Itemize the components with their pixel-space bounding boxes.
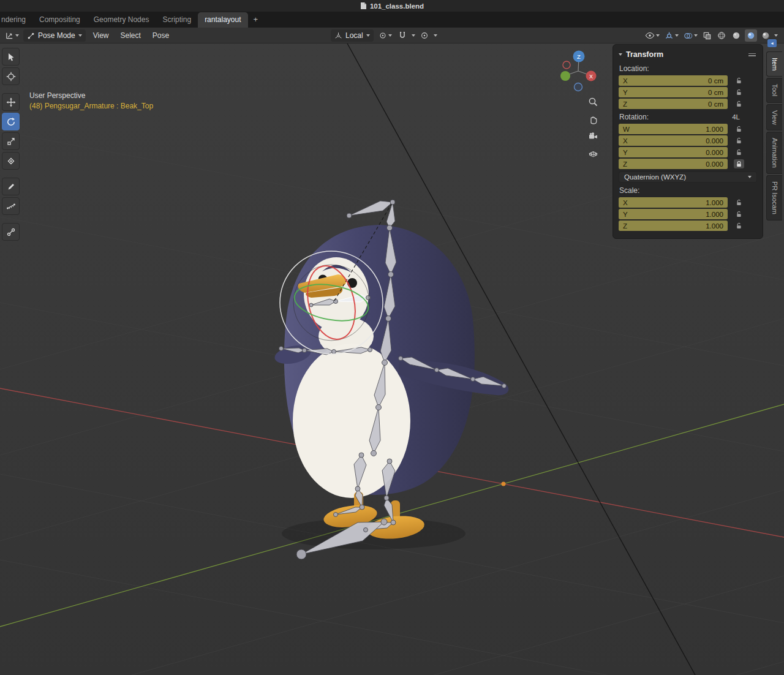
view-controls <box>586 95 600 160</box>
location-z-field[interactable]: Z 0 cm <box>619 99 728 109</box>
rotation-x-field[interactable]: X 0.000 <box>619 135 728 146</box>
rotation-y-field[interactable]: Y 0.000 <box>619 147 728 157</box>
tool-pose-breakdowner[interactable] <box>2 223 20 241</box>
camera-view-button[interactable] <box>586 129 600 143</box>
tool-cursor[interactable] <box>2 67 20 85</box>
lock-rotation-x-icon[interactable] <box>728 137 750 145</box>
snap-dropdown[interactable] <box>412 34 415 37</box>
rotation-y-row: Y 0.000 <box>619 147 757 157</box>
rotation-label: Rotation: <box>619 113 649 121</box>
zoom-button[interactable] <box>586 95 600 108</box>
lock-scale-x-icon[interactable] <box>728 199 750 206</box>
panel-collapse-chevron[interactable] <box>619 53 622 56</box>
svg-text:Z: Z <box>577 53 581 60</box>
transform-orientation-dropdown[interactable]: Local <box>331 29 374 42</box>
workspace-tab-compositing[interactable]: Compositing <box>32 12 87 28</box>
blender-window: 101_class.blend ndering Compositing Geom… <box>0 0 784 675</box>
proportional-edit-toggle[interactable] <box>419 29 430 42</box>
svg-text:X: X <box>589 74 593 80</box>
menu-select[interactable]: Select <box>116 31 145 40</box>
toolbar <box>2 48 20 241</box>
sidebar-tab-tool[interactable]: Tool <box>766 78 782 102</box>
scale-label: Scale: <box>619 186 757 195</box>
workspace-tabbar: ndering Compositing Geometry Nodes Scrip… <box>0 12 784 28</box>
workspace-tab-geometry-nodes[interactable]: Geometry Nodes <box>87 12 156 28</box>
location-y-field[interactable]: Y 0 cm <box>619 87 728 97</box>
snap-toggle[interactable] <box>397 29 408 42</box>
lock-scale-z-icon[interactable] <box>728 222 750 230</box>
navigation-gizmo[interactable]: Z X <box>556 49 601 97</box>
lock-location-x-icon[interactable] <box>728 77 750 85</box>
orientation-icon <box>334 32 342 40</box>
xray-icon <box>703 31 712 40</box>
tool-annotate[interactable] <box>2 178 20 195</box>
menu-pose[interactable]: Pose <box>148 31 173 40</box>
show-overlays-toggle[interactable] <box>682 29 699 42</box>
chevron-down-icon <box>656 34 660 37</box>
lock-location-y-icon[interactable] <box>728 89 750 96</box>
lock-rotation-w-icon[interactable] <box>728 126 750 133</box>
lock-location-z-icon[interactable] <box>728 100 750 108</box>
sidebar-tab-animation[interactable]: Animation <box>766 132 782 174</box>
transform-panel: Transform Location: X 0 cm Y 0 cm Z 0 cm <box>612 44 763 239</box>
tool-transform[interactable] <box>2 152 20 170</box>
root-bone-tip <box>296 549 306 559</box>
window-title: 101_class.blend <box>370 2 424 10</box>
pivot-point-dropdown[interactable] <box>377 29 393 42</box>
xray-toggle[interactable] <box>701 29 713 42</box>
workspace-tab-scripting[interactable]: Scripting <box>156 12 198 28</box>
show-gizmo-toggle[interactable] <box>663 29 680 42</box>
proportional-edit-dropdown[interactable] <box>434 34 437 37</box>
sidebar-tab-pr-isocam[interactable]: PR Isocam <box>766 175 782 221</box>
pan-button[interactable] <box>586 112 600 126</box>
workspace-tab-rantalayout[interactable]: rantalayout <box>198 12 247 28</box>
lock-rotation-y-icon[interactable] <box>728 149 750 156</box>
pivot-icon <box>379 31 387 40</box>
magnet-icon <box>398 31 407 40</box>
editor-type-selector[interactable] <box>4 29 20 42</box>
active-object-label: (48) Pengsugar_Armature : Beak_Top <box>29 102 153 110</box>
lock-scale-y-icon[interactable] <box>728 211 750 218</box>
rotation-w-field[interactable]: W 1.000 <box>619 124 728 134</box>
viewport-editor-icon <box>5 31 14 40</box>
scale-x-field[interactable]: X 1.000 <box>619 197 728 208</box>
view-perspective-label: User Perspective <box>29 91 85 100</box>
scale-y-field[interactable]: Y 1.000 <box>619 209 728 219</box>
rotation-w-row: W 1.000 <box>619 124 757 134</box>
lock-rotation-z-icon-locked[interactable] <box>728 159 750 168</box>
rotation-label-row: Rotation: 4L <box>619 113 757 121</box>
eye-icon <box>645 31 655 40</box>
tool-scale[interactable] <box>2 132 20 150</box>
shading-solid-button[interactable] <box>730 29 742 42</box>
titlebar: 101_class.blend <box>0 0 784 12</box>
rotation-mode-dropdown[interactable]: Quaternion (WXYZ) <box>619 172 757 183</box>
chevron-down-icon <box>366 34 370 37</box>
sidebar-tab-view[interactable]: View <box>766 104 782 131</box>
workspace-tab-rendering[interactable]: ndering <box>0 12 32 28</box>
rotation-x-row: X 0.000 <box>619 135 757 146</box>
scale-z-field[interactable]: Z 1.000 <box>619 221 728 231</box>
object-visibility-dropdown[interactable] <box>644 29 661 42</box>
shading-material-button[interactable] <box>745 29 757 42</box>
proportional-edit-icon <box>420 31 429 40</box>
tool-move[interactable] <box>2 93 20 111</box>
location-label: Location: <box>619 64 757 73</box>
location-x-row: X 0 cm <box>619 75 757 86</box>
menu-view[interactable]: View <box>89 31 113 40</box>
gizmo-axis-y[interactable] <box>560 71 570 81</box>
tool-select-box[interactable] <box>2 48 20 66</box>
sidebar-expand-button[interactable]: ◂ <box>767 39 777 47</box>
mode-dropdown[interactable]: Pose Mode <box>23 29 86 42</box>
location-y-row: Y 0 cm <box>619 87 757 97</box>
location-x-field[interactable]: X 0 cm <box>619 75 728 86</box>
ortho-toggle-button[interactable] <box>586 146 600 160</box>
sidebar-tab-item[interactable]: Item <box>766 51 782 77</box>
rotation-badge: 4L <box>732 113 740 121</box>
shading-wireframe-button[interactable] <box>715 29 728 42</box>
panel-drag-handle[interactable] <box>748 53 756 56</box>
shading-dropdown[interactable] <box>774 34 778 37</box>
add-workspace-button[interactable]: + <box>248 12 264 28</box>
tool-rotate[interactable] <box>2 113 20 130</box>
tool-measure[interactable] <box>2 197 20 215</box>
rotation-z-field[interactable]: Z 0.000 <box>619 159 728 169</box>
